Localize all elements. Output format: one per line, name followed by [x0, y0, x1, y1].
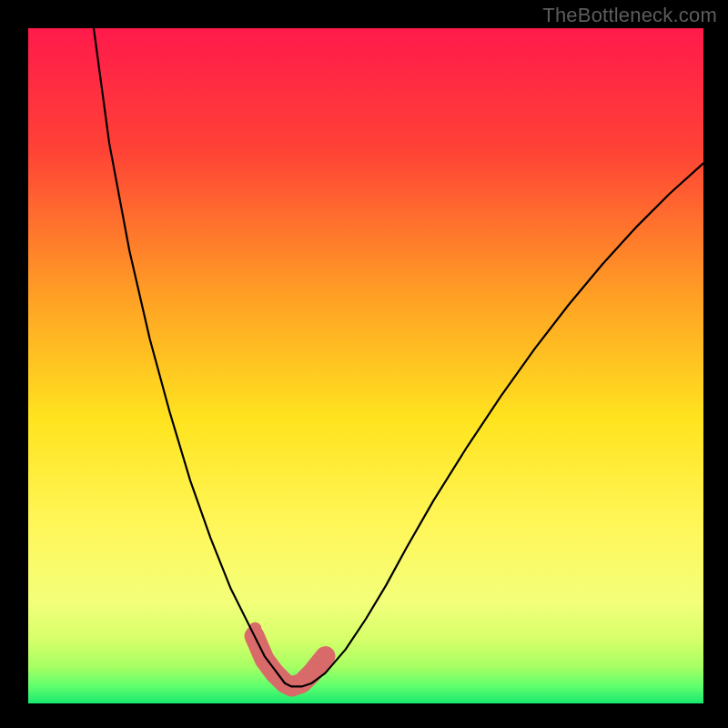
bottleneck-chart: [0, 0, 728, 728]
plot-background: [28, 28, 703, 703]
chart-frame: TheBottleneck.com: [0, 0, 728, 728]
watermark-text: TheBottleneck.com: [542, 4, 717, 27]
